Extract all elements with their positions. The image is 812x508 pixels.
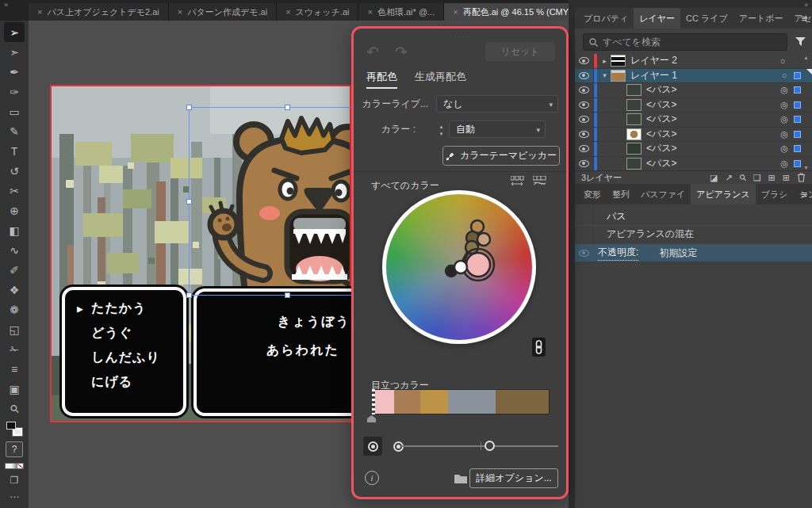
hub-color-handle[interactable] <box>454 261 467 273</box>
close-tab-icon[interactable]: × <box>37 7 42 17</box>
layer-name-label[interactable]: <パス> <box>646 157 777 170</box>
paintbrush-tool[interactable]: ✎ <box>4 121 25 141</box>
close-tab-icon[interactable]: × <box>453 7 458 17</box>
appearance-group-tab[interactable]: パスファイ <box>635 184 691 204</box>
duplicate-icon[interactable]: ❏ <box>753 173 761 183</box>
layer-name-label[interactable]: レイヤー 1 <box>630 69 777 82</box>
direct-selection-tool[interactable]: ➣ <box>4 42 25 62</box>
opacity-link[interactable]: 不透明度: <box>598 246 638 261</box>
layer-name-label[interactable]: <パス> <box>646 142 777 155</box>
more-tools-icon[interactable]: ⋯ <box>10 491 19 502</box>
color-count-stepper[interactable]: ▴▾ <box>436 120 446 138</box>
blend-tool[interactable]: ❖ <box>4 280 25 300</box>
dialog-drag-grip[interactable]: ····· <box>354 32 566 40</box>
selection-indicator-square[interactable] <box>794 145 801 152</box>
search-input[interactable] <box>603 36 781 48</box>
layers-scrollbar[interactable]: ▴▾ <box>802 54 810 171</box>
layer-thumbnail[interactable] <box>626 128 642 140</box>
selection-tool[interactable]: ➢ <box>4 22 25 42</box>
layer-name-label[interactable]: <パス> <box>646 83 777 97</box>
target-circle-icon[interactable]: ◎ <box>777 129 791 139</box>
layer-name-label[interactable]: レイヤー 2 <box>630 54 776 67</box>
none-swatch[interactable] <box>17 464 23 468</box>
visibility-eye-icon[interactable] <box>579 250 589 257</box>
target-circle-icon[interactable]: ◎ <box>777 100 791 110</box>
redo-icon[interactable]: ↷ <box>395 43 408 61</box>
shape-builder-tool[interactable]: ⊕ <box>4 201 25 220</box>
color-count-dropdown[interactable]: 自動 ▾ <box>449 120 546 138</box>
color-handle[interactable] <box>477 233 490 246</box>
panel-menu-icon[interactable]: ≡ <box>801 8 807 29</box>
disclosure-triangle-icon[interactable]: ▸ <box>599 57 611 65</box>
prominent-color-swatch[interactable] <box>496 390 549 414</box>
layer-thumbnail[interactable] <box>626 84 642 96</box>
target-circle-icon[interactable]: ◎ <box>777 143 791 154</box>
path-row[interactable]: <パス>◎ <box>575 142 812 157</box>
color-bars-icon[interactable] <box>511 176 525 186</box>
adjust-slider-handle[interactable] <box>485 441 495 451</box>
path-row[interactable]: <パス>◎ <box>575 113 812 128</box>
link-harmony-colors-icon[interactable] <box>532 338 546 357</box>
visibility-eye-icon[interactable] <box>579 101 589 109</box>
prominent-color-swatch[interactable] <box>448 390 496 414</box>
curvature-tool[interactable]: ✑ <box>4 82 25 101</box>
info-icon[interactable]: i <box>365 471 379 485</box>
visibility-eye-icon[interactable] <box>579 145 589 152</box>
layer-thumbnail[interactable] <box>611 55 626 67</box>
appearance-opacity-row[interactable]: 不透明度: 初期設定 <box>575 244 812 262</box>
layer-name-label[interactable]: <パス> <box>646 113 777 126</box>
layers-group-tab[interactable]: アセットの <box>789 8 812 29</box>
layers-group-tab[interactable]: レイヤー <box>634 8 680 29</box>
slice-tool[interactable]: ✁ <box>4 339 25 359</box>
trash-icon[interactable] <box>797 173 806 182</box>
target-circle-icon[interactable]: ○ <box>776 56 790 66</box>
fill-stroke-control[interactable] <box>6 422 22 436</box>
selection-indicator-square[interactable] <box>794 160 801 167</box>
path-row[interactable]: <パス>◎ <box>575 157 812 172</box>
layer-thumbnail[interactable] <box>626 99 642 111</box>
target-circle-icon[interactable]: ◎ <box>777 85 791 95</box>
make-clip-mask-icon[interactable]: ◪ <box>710 173 718 183</box>
new-sublayer-icon[interactable]: ⊞ <box>768 173 776 183</box>
selection-indicator-square[interactable] <box>794 131 801 138</box>
path-row[interactable]: <パス>◎ <box>575 128 812 143</box>
align-tool[interactable]: ≡ <box>4 359 25 379</box>
reset-button[interactable]: リセット <box>485 42 555 61</box>
scissors-tool[interactable]: ✂ <box>4 181 25 201</box>
target-circle-icon[interactable]: ◎ <box>777 114 791 124</box>
prominent-bar-pointer[interactable] <box>367 415 376 422</box>
target-circle-icon[interactable]: ◎ <box>777 159 791 169</box>
fill-swatch[interactable] <box>6 422 16 430</box>
panel-menu-icon[interactable]: ≡ <box>801 184 807 204</box>
tab-generative-recolor[interactable]: 生成再配色 <box>415 70 466 89</box>
gradient-tool[interactable]: ◧ <box>4 220 25 240</box>
document-tab[interactable]: ×色相環.ai* @... <box>358 3 444 21</box>
tab-recolor[interactable]: 再配色 <box>366 70 397 89</box>
appearance-group-tab[interactable]: アピアランス <box>691 184 756 204</box>
visibility-eye-icon[interactable] <box>579 131 589 138</box>
rectangle-tool[interactable]: ▭ <box>4 101 25 121</box>
pen-tool[interactable]: ✒ <box>4 62 25 82</box>
selection-indicator-square[interactable] <box>794 101 801 109</box>
rotate-tool[interactable]: ↺ <box>4 161 25 181</box>
symbol-sprayer-tool[interactable]: ❁ <box>4 300 25 319</box>
zoom-tool[interactable]: ⚲ <box>0 394 29 422</box>
toolbar-overflow-icon[interactable]: » <box>4 1 7 9</box>
prominent-color-swatch[interactable] <box>420 390 449 414</box>
layer-thumbnail[interactable] <box>626 143 642 155</box>
advanced-options-button[interactable]: 詳細オプション... <box>469 468 558 488</box>
shuffle-colors-icon[interactable] <box>533 176 547 186</box>
color-wheel-handles[interactable] <box>382 190 536 344</box>
selection-indicator-square[interactable] <box>794 86 801 94</box>
layers-group-tab[interactable]: プロパティ <box>578 8 634 29</box>
undo-icon[interactable]: ↶ <box>366 43 379 61</box>
layer-name-label[interactable]: <パス> <box>646 98 777 112</box>
type-tool[interactable]: T <box>4 141 25 161</box>
shaper-tool[interactable]: ∿ <box>4 240 25 260</box>
new-layer-icon[interactable]: ⊞ <box>783 173 790 183</box>
gradient-swatch[interactable] <box>11 464 17 468</box>
layer-thumbnail[interactable] <box>611 70 626 82</box>
layers-group-tab[interactable]: アートボー <box>733 8 789 29</box>
adjust-slider-track[interactable] <box>401 445 558 447</box>
visibility-eye-icon[interactable] <box>579 160 589 167</box>
